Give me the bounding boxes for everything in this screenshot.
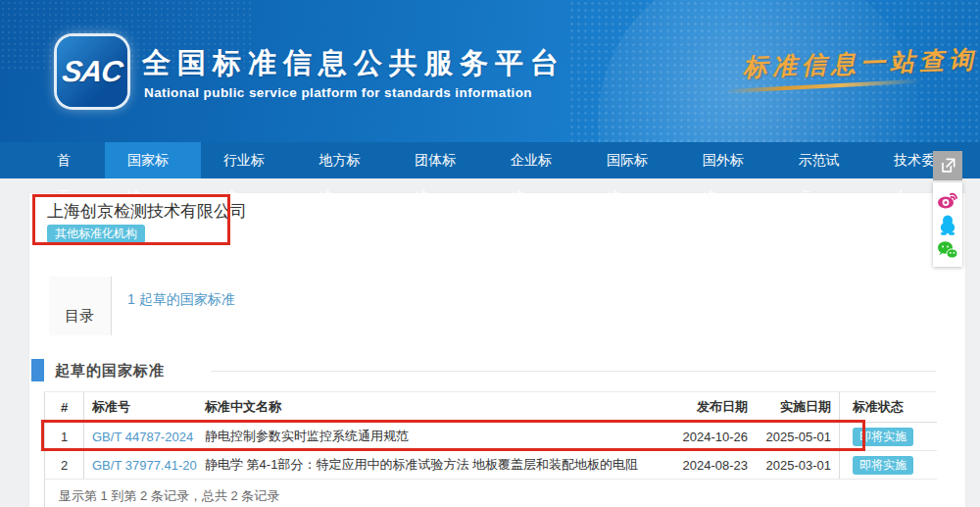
table-record-summary: 显示第 1 到第 2 条记录，总共 2 条记录 [59,487,279,505]
toc-link-drafted-national-standards[interactable]: 1 起草的国家标准 [127,291,235,309]
table-row: 2 GB/T 37977.41-2024 静电学 第4-1部分：特定应用中的标准… [45,451,937,480]
site-subtitle: National public service platform for sta… [144,85,532,100]
nav-item-national-standards[interactable]: 国家标准 [105,142,201,178]
share-panel [933,182,962,267]
weibo-icon[interactable] [936,187,959,211]
sac-logo-text: SAC [60,55,123,88]
col-header-std-no: 标准号 [84,392,197,422]
std-no-link[interactable]: GB/T 37977.41-2024 [92,458,197,473]
toc-label: 目录 [65,307,94,326]
company-name: 上海创京检测技术有限公司 [47,200,247,223]
row-index: 2 [45,451,84,479]
impl-date: 2025-05-01 [756,423,839,450]
std-name: 静电学 第4-1部分：特定应用中的标准试验方法 地板覆盖层和装配地板的电阻 [197,451,672,479]
col-header-pub-date: 发布日期 [672,392,756,422]
nav-item-foreign-standards[interactable]: 国外标准 [680,142,776,178]
section-title: 起草的国家标准 [55,362,165,380]
wechat-icon[interactable] [936,238,959,262]
main-nav: 首页 国家标准 行业标准 地方标准 团体标准 企业标准 国际标准 国外标准 示范… [0,142,980,178]
section-title-rule [211,371,936,372]
section-title-marker [31,359,44,381]
pub-date: 2024-10-26 [672,423,756,450]
col-header-impl-date: 实施日期 [756,392,839,422]
col-header-name: 标准中文名称 [197,392,672,422]
row-index: 1 [45,423,84,450]
nav-item-group-standards[interactable]: 团体标准 [392,142,488,178]
impl-date: 2025-03-01 [756,451,839,479]
nav-item-international-standards[interactable]: 国际标准 [584,142,680,178]
table-row: 1 GB/T 44787-2024 静电控制参数实时监控系统通用规范 2024-… [45,423,937,451]
pub-date: 2024-08-23 [672,451,756,479]
nav-item-technical-committee[interactable]: 技术委员会 [871,142,980,178]
nav-item-industry-standards[interactable]: 行业标准 [201,142,297,178]
nav-item-demonstration-pilot[interactable]: 示范试点 [775,142,871,178]
share-toggle-button[interactable] [933,151,962,180]
company-type-badge: 其他标准化机构 [47,225,145,243]
col-header-status: 标准状态 [839,392,937,422]
std-name: 静电控制参数实时监控系统通用规范 [197,423,672,450]
share-icon [938,156,957,176]
page: SAC 全国标准信息公共服务平台 National public service… [0,0,980,507]
status-badge: 即将实施 [853,428,913,446]
nav-item-local-standards[interactable]: 地方标准 [296,142,392,178]
nav-item-home[interactable]: 首页 [34,142,105,178]
qq-icon[interactable] [936,213,959,236]
sac-logo: SAC [57,36,127,107]
toc-label-box [49,277,112,335]
std-no-link[interactable]: GB/T 44787-2024 [92,430,193,444]
col-header-index: # [45,392,84,422]
table-header-row: # 标准号 标准中文名称 发布日期 实施日期 标准状态 [45,392,937,423]
site-header: SAC 全国标准信息公共服务平台 National public service… [0,0,980,142]
status-badge: 即将实施 [853,456,913,475]
nav-item-enterprise-standards[interactable]: 企业标准 [488,142,584,178]
site-title: 全国标准信息公共服务平台 [142,44,565,83]
